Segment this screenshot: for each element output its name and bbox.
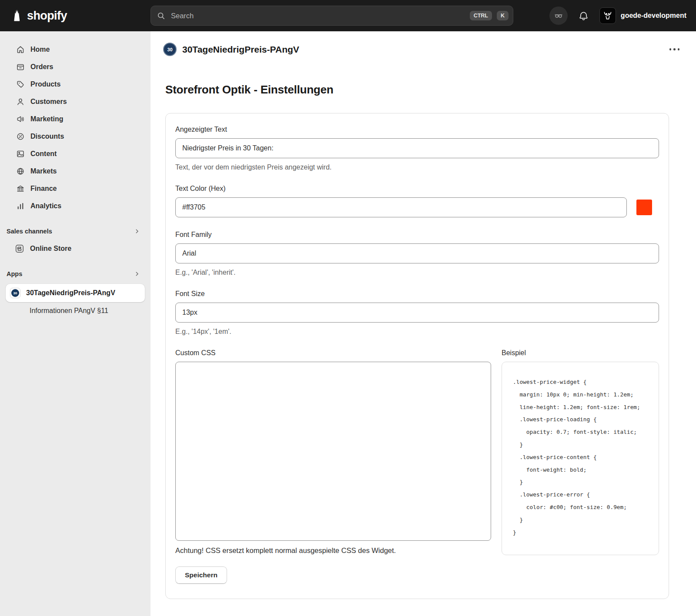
beispiel-code-box: .lowest-price-widget { margin: 10px 0; m… bbox=[502, 362, 659, 555]
analytics-icon bbox=[16, 202, 25, 210]
notifications-bell-icon[interactable] bbox=[578, 10, 589, 21]
sidebar-item-label: 30TageNiedrigPreis-PAngV bbox=[26, 289, 115, 297]
sidebar-item-label: Analytics bbox=[30, 202, 61, 210]
global-search[interactable]: CTRL K bbox=[151, 6, 513, 26]
sidebar-item-analytics[interactable]: Analytics bbox=[0, 197, 151, 215]
sidebar-item-label: Content bbox=[30, 150, 57, 158]
sidebar-item-orders[interactable]: Orders bbox=[0, 58, 151, 76]
account-avatar[interactable] bbox=[549, 7, 568, 25]
sidebar-item-marketing[interactable]: Marketing bbox=[0, 110, 151, 128]
font-family-label: Font Family bbox=[175, 231, 659, 239]
sales-channels-label: Sales channels bbox=[7, 228, 52, 235]
sidebar-item-products[interactable]: Products bbox=[0, 76, 151, 93]
font-family-help: E.g., 'Arial', 'inherit'. bbox=[175, 269, 659, 276]
sidebar-item-label: Home bbox=[30, 46, 50, 53]
discounts-icon bbox=[16, 132, 25, 141]
font-family-input[interactable] bbox=[175, 243, 659, 263]
sidebar-item-label: Customers bbox=[30, 98, 67, 106]
markets-icon bbox=[16, 167, 25, 176]
font-size-label: Font Size bbox=[175, 290, 659, 298]
angezeigter-text-group: Angezeigter Text Text, der vor dem niedr… bbox=[175, 126, 659, 171]
sidebar-item-label: Informationen PAngV §11 bbox=[30, 307, 108, 315]
beispiel-label: Beispiel bbox=[502, 349, 659, 357]
color-swatch[interactable] bbox=[636, 200, 652, 215]
shopify-logo[interactable]: shopify bbox=[11, 0, 67, 31]
text-color-input[interactable] bbox=[175, 197, 627, 217]
sidebar-item-label: Finance bbox=[30, 185, 57, 193]
page-title: 30TageNiedrigPreis-PAngV bbox=[182, 44, 299, 55]
products-icon bbox=[16, 80, 25, 89]
topbar: shopify CTRL K goede-development bbox=[0, 0, 696, 31]
sidebar-item-finance[interactable]: Finance bbox=[0, 180, 151, 197]
sidebar-item-informationen-pangv[interactable]: Informationen PAngV §11 bbox=[0, 302, 151, 320]
finance-icon bbox=[16, 184, 25, 193]
sidebar: Home Orders Products Customers Marketing… bbox=[0, 31, 151, 616]
save-button[interactable]: Speichern bbox=[175, 566, 227, 584]
shortcut-ctrl-key: CTRL bbox=[470, 11, 492, 21]
online-store-icon bbox=[15, 244, 24, 253]
sidebar-item-markets[interactable]: Markets bbox=[0, 163, 151, 180]
main-content: 30 30TageNiedrigPreis-PAngV Storefront O… bbox=[151, 31, 696, 616]
sales-channels-header: Sales channels bbox=[0, 223, 151, 240]
apps-label: Apps bbox=[7, 270, 22, 277]
section-heading: Storefront Optik - Einstellungen bbox=[165, 83, 696, 97]
font-size-help: E.g., '14px', '1em'. bbox=[175, 328, 659, 336]
custom-css-label: Custom CSS bbox=[175, 349, 491, 357]
sidebar-item-label: Markets bbox=[30, 167, 57, 175]
sidebar-item-content[interactable]: Content bbox=[0, 145, 151, 163]
customers-icon bbox=[16, 97, 25, 106]
marketing-icon bbox=[16, 115, 25, 123]
custom-css-warning: Achtung! CSS ersetzt komplett normal aus… bbox=[175, 546, 491, 555]
font-size-group: Font Size E.g., '14px', '1em'. bbox=[175, 290, 659, 336]
beispiel-code: .lowest-price-widget { margin: 10px 0; m… bbox=[513, 376, 653, 539]
sidebar-item-label: Online Store bbox=[30, 245, 71, 253]
orders-icon bbox=[16, 63, 25, 71]
settings-card: Angezeigter Text Text, der vor dem niedr… bbox=[165, 113, 669, 599]
chevron-right-icon[interactable] bbox=[134, 228, 140, 234]
sidebar-item-online-store[interactable]: Online Store bbox=[0, 240, 151, 257]
search-icon bbox=[157, 12, 165, 20]
angezeigter-text-input[interactable] bbox=[175, 138, 659, 158]
angezeigter-text-label: Angezeigter Text bbox=[175, 126, 659, 133]
app-30tage-icon: 30 bbox=[10, 288, 20, 298]
more-actions-icon[interactable] bbox=[667, 44, 683, 55]
shortcut-k-key: K bbox=[497, 11, 509, 21]
font-size-input[interactable] bbox=[175, 303, 659, 323]
search-input[interactable] bbox=[170, 11, 465, 20]
font-family-group: Font Family E.g., 'Arial', 'inherit'. bbox=[175, 231, 659, 276]
shopify-bag-icon bbox=[11, 9, 23, 22]
text-color-group: Text Color (Hex) bbox=[175, 185, 659, 217]
chevron-right-icon[interactable] bbox=[134, 271, 140, 277]
sidebar-item-label: Marketing bbox=[30, 115, 64, 123]
sidebar-item-label: Products bbox=[30, 80, 60, 88]
sidebar-item-home[interactable]: Home bbox=[0, 41, 151, 58]
home-icon bbox=[16, 45, 25, 54]
topbar-right: goede-development bbox=[549, 0, 686, 31]
store-avatar bbox=[599, 7, 616, 24]
apps-header: Apps bbox=[0, 265, 151, 283]
custom-css-section: Custom CSS Achtung! CSS ersetzt komplett… bbox=[175, 349, 659, 555]
sidebar-item-app-30tage[interactable]: 30 30TageNiedrigPreis-PAngV bbox=[6, 284, 145, 302]
text-color-label: Text Color (Hex) bbox=[175, 185, 659, 193]
store-menu[interactable]: goede-development bbox=[599, 7, 686, 24]
sidebar-item-label: Orders bbox=[30, 63, 53, 71]
brand-wordmark: shopify bbox=[27, 9, 67, 23]
store-name: goede-development bbox=[621, 12, 686, 20]
custom-css-textarea[interactable] bbox=[175, 362, 491, 541]
content-icon bbox=[16, 150, 25, 158]
page-header: 30 30TageNiedrigPreis-PAngV bbox=[151, 31, 696, 56]
app-icon: 30 bbox=[163, 43, 177, 56]
sidebar-item-discounts[interactable]: Discounts bbox=[0, 128, 151, 145]
sidebar-item-customers[interactable]: Customers bbox=[0, 93, 151, 110]
sidebar-item-label: Discounts bbox=[30, 133, 64, 140]
angezeigter-text-help: Text, der vor dem niedrigsten Preis ange… bbox=[175, 163, 659, 171]
